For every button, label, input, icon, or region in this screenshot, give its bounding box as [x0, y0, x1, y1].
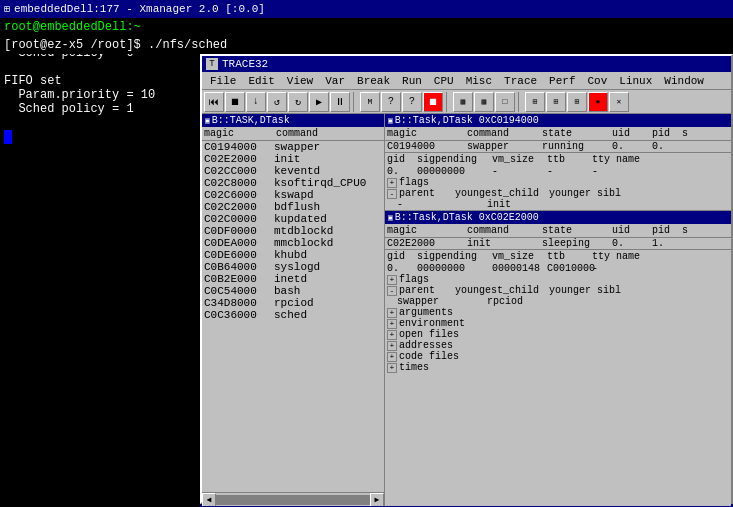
- menu-run[interactable]: Run: [396, 74, 428, 88]
- task-row[interactable]: C0DE6000khubd: [202, 249, 384, 261]
- menu-break[interactable]: Break: [351, 74, 396, 88]
- toolbar-btn-b5[interactable]: ⊞: [546, 92, 566, 112]
- d1-ttb-val: -: [547, 166, 592, 177]
- toolbar-sep-3: [518, 92, 522, 112]
- d1-ttyname-val: -: [592, 166, 598, 177]
- toolbar-btn-step-back[interactable]: ↺: [267, 92, 287, 112]
- toolbar-btn-b1[interactable]: ▦: [453, 92, 473, 112]
- d2-pid: 1.: [652, 238, 682, 249]
- flags-expand-btn[interactable]: +: [387, 178, 397, 188]
- left-terminal: Before set Param.priority = 0 Sched poli…: [0, 0, 200, 507]
- toolbar-btn-halt[interactable]: ⏹: [423, 92, 443, 112]
- d2-col-magic: magic: [387, 225, 467, 236]
- scroll-right-btn[interactable]: ▶: [370, 493, 384, 507]
- toolbar-btn-pause[interactable]: ⏸: [330, 92, 350, 112]
- menu-perf[interactable]: Perf: [543, 74, 581, 88]
- menu-file[interactable]: File: [204, 74, 242, 88]
- menu-misc[interactable]: Misc: [460, 74, 498, 88]
- sibling-rpciod: rpciod: [487, 296, 523, 307]
- d2-col-command: command: [467, 225, 542, 236]
- d1-col-s: s: [682, 128, 688, 139]
- task-row[interactable]: C0C54000bash: [202, 285, 384, 297]
- toolbar-btn-step-fwd[interactable]: ↻: [288, 92, 308, 112]
- flags-expand-btn-2[interactable]: +: [387, 275, 397, 285]
- youngest-child-1: youngest_child: [455, 188, 539, 199]
- toolbar-btn-b6[interactable]: ⊞: [567, 92, 587, 112]
- parent-label-2: parent: [399, 285, 435, 296]
- detail-panel-2-icon: ▣: [388, 213, 393, 222]
- task-row[interactable]: C02CC000keventd: [202, 165, 384, 177]
- menu-cpu[interactable]: CPU: [428, 74, 460, 88]
- openfiles-label: open files: [399, 329, 459, 340]
- detail-1-parent-row: - parent youngest_child younger sibl: [385, 188, 731, 199]
- d1-col-magic: magic: [387, 128, 467, 139]
- environment-expand-btn[interactable]: +: [387, 319, 397, 329]
- toolbar-btn-step-into[interactable]: ↓: [246, 92, 266, 112]
- detail-panel-init: ▣ B::Task,DTask 0xC02E2000 magic command…: [385, 211, 731, 506]
- detail-1-subdata: 0. 00000000 - - -: [385, 166, 731, 177]
- task-row[interactable]: C0DF0000mtdblockd: [202, 225, 384, 237]
- times-label: times: [399, 362, 429, 373]
- toolbar-btn-b4[interactable]: ⊞: [525, 92, 545, 112]
- task-row[interactable]: C02C6000kswapd: [202, 189, 384, 201]
- menu-var[interactable]: Var: [319, 74, 351, 88]
- task-row[interactable]: C0C36000sched: [202, 309, 384, 321]
- menu-trace[interactable]: Trace: [498, 74, 543, 88]
- d1-col-command: command: [467, 128, 542, 139]
- terminal-line: Sched policy = 1: [4, 102, 196, 116]
- times-expand-btn[interactable]: +: [387, 363, 397, 373]
- flags-label-2: flags: [399, 274, 429, 285]
- detail-panel-2-title: ▣ B::Task,DTask 0xC02E2000: [385, 211, 731, 224]
- menu-cov[interactable]: Cov: [582, 74, 614, 88]
- task-panel-title-icon: ▣: [205, 116, 210, 125]
- menu-bar: File Edit View Var Break Run CPU Misc Tr…: [202, 72, 731, 90]
- task-row[interactable]: C02E2000init: [202, 153, 384, 165]
- scroll-left-btn[interactable]: ◀: [202, 493, 216, 507]
- task-row[interactable]: C02C8000ksoftirqd_CPU0: [202, 177, 384, 189]
- menu-linux[interactable]: Linux: [613, 74, 658, 88]
- task-row[interactable]: C0194000swapper: [202, 141, 384, 153]
- toolbar-btn-b2[interactable]: ▦: [474, 92, 494, 112]
- toolbar-btn-b3[interactable]: □: [495, 92, 515, 112]
- toolbar-btn-x[interactable]: ✕: [609, 92, 629, 112]
- toolbar-btn-run[interactable]: ▶: [309, 92, 329, 112]
- task-row[interactable]: C0B2E000inetd: [202, 273, 384, 285]
- trace32-icon: T: [206, 58, 218, 70]
- younger-sibl-2: younger sibl: [549, 285, 621, 296]
- task-row[interactable]: C02C0000kupdated: [202, 213, 384, 225]
- codefiles-expand-btn[interactable]: +: [387, 352, 397, 362]
- toolbar-btn-red[interactable]: ●: [588, 92, 608, 112]
- toolbar-btn-help[interactable]: ?: [381, 92, 401, 112]
- menu-view[interactable]: View: [281, 74, 319, 88]
- flags-label: flags: [399, 177, 429, 188]
- detail-panel-1-title-text: B::Task,DTask 0xC0194000: [395, 115, 539, 126]
- d1-col-state: state: [542, 128, 612, 139]
- toolbar-btn-mem[interactable]: M: [360, 92, 380, 112]
- toolbar-btn-start[interactable]: ⏮: [204, 92, 224, 112]
- detail-2-subheader: gid sigpending vm_size ttb tty name: [385, 249, 731, 263]
- task-row[interactable]: C0DEA000mmcblockd: [202, 237, 384, 249]
- task-panel-hscrollbar[interactable]: ◀ ▶: [202, 492, 384, 506]
- addresses-expand-btn[interactable]: +: [387, 341, 397, 351]
- menu-edit[interactable]: Edit: [242, 74, 280, 88]
- toolbar-sep-1: [353, 92, 357, 112]
- codefiles-label: code files: [399, 351, 459, 362]
- openfiles-expand-btn[interactable]: +: [387, 330, 397, 340]
- d2-command: init: [467, 238, 542, 249]
- arguments-expand-btn[interactable]: +: [387, 308, 397, 318]
- parent-expand-btn-2[interactable]: -: [387, 286, 397, 296]
- d1-col-uid: uid: [612, 128, 652, 139]
- d2-col-pid: pid: [652, 225, 682, 236]
- terminal-command: [root@ez-x5 /root]$ ./nfs/sched: [4, 38, 227, 52]
- menu-window[interactable]: Window: [658, 74, 710, 88]
- d2-sigpending-val: 00000000: [417, 263, 492, 274]
- d1-col-pid: pid: [652, 128, 682, 139]
- task-row[interactable]: C34D8000rpciod: [202, 297, 384, 309]
- toolbar-btn-help2[interactable]: ?: [402, 92, 422, 112]
- task-row[interactable]: C0B64000syslogd: [202, 261, 384, 273]
- parent-expand-btn-1[interactable]: -: [387, 189, 397, 199]
- task-row[interactable]: C02C2000bdflush: [202, 201, 384, 213]
- detail-panel-2-title-text: B::Task,DTask 0xC02E2000: [395, 212, 539, 223]
- detail-1-flags-row: + flags: [385, 177, 731, 188]
- toolbar-btn-stop[interactable]: ⏹: [225, 92, 245, 112]
